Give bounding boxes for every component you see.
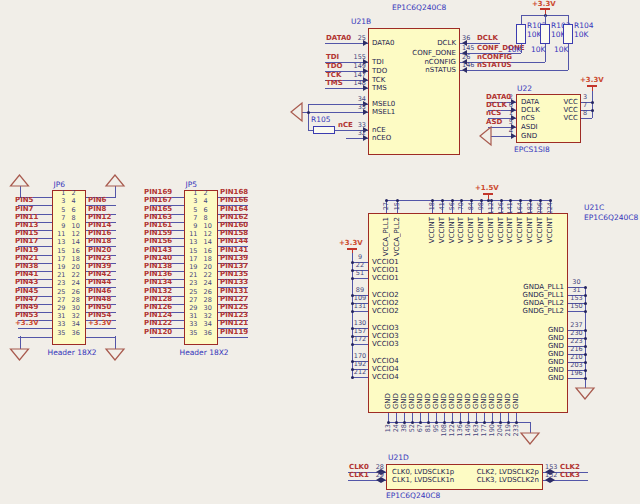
header-net-label: PIN44	[88, 278, 111, 286]
header-pin-number: 21	[186, 272, 198, 279]
net-label: nSTATUS	[477, 61, 512, 69]
u21c-pin-number: 13	[385, 424, 392, 432]
u21b-pin-number: 147	[340, 72, 366, 79]
u21c-pin-name: VCCIO2	[372, 299, 399, 307]
u21c-pin-number: 89	[353, 287, 367, 294]
header-pin-number: 33	[186, 321, 198, 328]
header-pin-number: 5	[54, 207, 66, 214]
header-net-label: +3.3V	[88, 319, 112, 327]
header-pin-number: 17	[54, 256, 66, 263]
u21c-pin-number: 150	[569, 303, 584, 310]
u22-pin-name: VCC	[545, 106, 578, 114]
header-pin-number: 36	[204, 330, 216, 337]
header-net-label: PIN42	[88, 270, 111, 278]
u21c-pin-number: 84	[468, 202, 475, 210]
pin-wire	[325, 88, 368, 89]
u21c-pin-number: 219	[505, 424, 512, 436]
wire	[20, 186, 21, 197]
u21c-pin-name: GND	[384, 393, 392, 409]
pullup-power-label: +3.3V	[532, 0, 556, 8]
u21c-pin-number: 98	[478, 202, 485, 210]
u21c-pin-name: VCCINT	[457, 217, 465, 243]
resistor-value: 10K	[531, 46, 545, 54]
u21c-pin-name: VCCIO2	[372, 291, 399, 299]
header-pin-number: 16	[204, 248, 216, 255]
header-pin-number: 12	[72, 231, 84, 238]
header-pin-number: 2	[204, 190, 216, 197]
header-pin-number: 31	[54, 313, 66, 320]
u21c-pin-name: VCCIO4	[372, 357, 399, 365]
u21d-pin-number: 153	[545, 464, 557, 471]
u21c-pin-name: VCCINT	[487, 217, 495, 243]
u21c-pin-number: 230	[569, 330, 584, 337]
net-label: nCS	[486, 109, 501, 117]
net-label: DCLK	[486, 101, 507, 109]
u21c-pin-name: GND	[506, 374, 564, 382]
header-net-label: PIN144	[220, 237, 248, 245]
header-net-label: PIN12	[88, 213, 111, 221]
gnd-arrow-icon	[11, 175, 29, 186]
u21c-pin-number: 109	[353, 295, 367, 302]
header-wire	[218, 337, 249, 338]
header-net-label: PIN21	[15, 254, 38, 262]
gnd-arrow-icon	[106, 175, 124, 186]
u22-pin-number: 4	[500, 128, 513, 135]
header-net-label: PIN45	[15, 287, 38, 295]
u21c-pin-name: VCCA_PLL2	[393, 217, 401, 256]
u21c-pin-name: GND	[448, 393, 456, 409]
u21c-pin-name: GND	[464, 393, 472, 409]
u22-power-label: +3.3V	[580, 76, 604, 84]
gnd-arrow-icon	[106, 349, 124, 360]
header-net-label: PIN18	[88, 237, 111, 245]
u21c-pin-name: VCCIO1	[372, 266, 399, 274]
header-pin-number: 3	[54, 198, 66, 205]
u21c-pin-name: VCCINT	[477, 217, 485, 243]
header-pin-number: 13	[54, 239, 66, 246]
u21c-power-top-label: +1.5V	[475, 184, 499, 192]
u21b-pin-name: nCEO	[372, 134, 391, 142]
header-pin-number: 25	[186, 289, 198, 296]
net-label: nCE	[338, 121, 353, 129]
header-pin-number: 12	[204, 231, 216, 238]
header-pin-number: 14	[204, 239, 216, 246]
header-net-label: +3.3V	[15, 319, 39, 327]
header-pin-number: 35	[186, 330, 198, 337]
u21c-pin-name: GND	[506, 342, 564, 350]
pin-wire	[352, 377, 368, 378]
header-net-label: PIN6	[88, 196, 106, 204]
u21c-pin-number: 172	[353, 336, 367, 343]
wire	[115, 336, 116, 349]
header-pin-number: 30	[204, 305, 216, 312]
header-net-label: PIN164	[220, 205, 248, 213]
pin-wire	[568, 378, 585, 379]
pin-wire	[308, 112, 368, 113]
header-pin-number: 26	[72, 289, 84, 296]
u22-pin-name: DATA	[521, 98, 539, 106]
header-pin-number: 29	[186, 305, 198, 312]
pin-wire	[460, 70, 568, 71]
u21c-pin-number: 27	[383, 202, 390, 210]
header-pin-number: 9	[54, 223, 66, 230]
net-label: TMS	[326, 79, 343, 87]
u21c-pin-name: VCCIO1	[372, 274, 399, 282]
u21c-pin-name: VCCINT	[467, 217, 475, 243]
u21b-pin-name: TCK	[372, 76, 385, 84]
msel-tie-wire	[308, 104, 309, 130]
u21c-pin-number: 30	[569, 279, 584, 286]
u21b-designator: U21B	[351, 18, 371, 26]
u21c-pin-name: VCCINT	[448, 217, 456, 243]
header-net-label: PIN166	[220, 196, 248, 204]
u21c-pin-number: 153	[569, 295, 584, 302]
header-net-label: PIN39	[88, 262, 111, 270]
u21c-pin-name: VCCINT	[438, 217, 446, 243]
u21c-pin-number: 31	[569, 287, 584, 294]
u21c-pin-name: VCCINT	[536, 217, 544, 243]
header-net-label: PIN50	[88, 303, 111, 311]
header-pin-number: 10	[204, 223, 216, 230]
u21c-pin-number: 41	[439, 202, 446, 210]
header-net-label: PIN168	[220, 188, 248, 196]
u22-pin-name: DCLK	[521, 106, 540, 114]
header-pin-number: 10	[72, 223, 84, 230]
u21c-pin-number: 136	[457, 424, 464, 436]
u21c-pin-number: 204	[497, 424, 504, 436]
